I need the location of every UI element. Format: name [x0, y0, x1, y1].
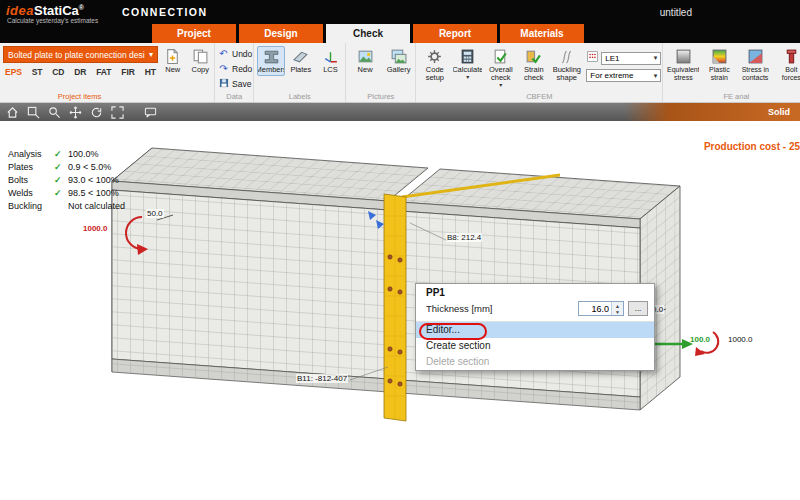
check-icon: ✓ — [54, 162, 68, 172]
tab-report[interactable]: Report — [413, 24, 497, 43]
picture-icon — [357, 48, 374, 65]
contact-stress-icon — [747, 48, 764, 65]
tab-design[interactable]: Design — [239, 24, 323, 43]
group-label-project-items: Project items — [2, 92, 157, 101]
chevron-down-icon: ▾ — [654, 54, 658, 62]
lcs-labels-toggle[interactable]: LCS — [317, 46, 345, 76]
menu-item-editor[interactable]: Editor... — [416, 321, 654, 338]
thickness-input[interactable] — [579, 302, 611, 315]
redo-button[interactable]: ↷ Redo — [218, 62, 252, 75]
ribbon-group-labels: Members Plates LCS Labels — [254, 43, 346, 102]
status-row-analysis: Analysis ✓ 100.0% — [8, 147, 125, 160]
equivalent-stress-button[interactable]: Equivalent stress — [666, 46, 700, 84]
logo-registered-mark: ® — [79, 4, 84, 11]
chevron-down-icon: ▾ — [466, 74, 469, 80]
status-row-plates: Plates ✓ 0.9 < 5.0% — [8, 160, 125, 173]
dimension-label-left: 50.0 — [146, 209, 164, 218]
view-toolbar: Solid — [0, 103, 800, 121]
axes-icon — [322, 48, 339, 65]
buckling-shape-button[interactable]: Buckling shape — [551, 46, 582, 84]
members-labels-toggle[interactable]: Members — [257, 46, 285, 76]
mode-st[interactable]: ST — [32, 67, 43, 77]
mode-eps[interactable]: EPS — [5, 67, 22, 77]
check-icon: ✓ — [54, 149, 68, 159]
chevron-down-icon: ▾ — [149, 50, 153, 59]
home-view-icon[interactable] — [5, 105, 19, 119]
context-menu-title: PP1 — [416, 284, 654, 300]
force-label-right: 1000.0 — [727, 335, 753, 344]
group-label-fe-analysis: FE anal — [663, 92, 800, 101]
bolt-result-label-b11: B11: -812-407 — [296, 374, 348, 383]
logo-statica: StatiCa — [34, 3, 79, 18]
model-canvas[interactable]: Analysis ✓ 100.0% Plates ✓ 0.9 < 5.0% Bo… — [0, 121, 800, 500]
check-icon: ✓ — [54, 188, 68, 198]
status-row-buckling: Buckling Not calculated — [8, 199, 125, 212]
group-label-labels: Labels — [254, 92, 345, 101]
app-name: CONNECTION — [122, 6, 208, 18]
calculate-button[interactable]: Calculate ▾ — [452, 46, 483, 82]
render-mode-label: Solid — [768, 107, 790, 117]
mode-cd[interactable]: CD — [52, 67, 64, 77]
more-options-button[interactable]: ... — [628, 301, 648, 316]
thickness-spinner[interactable]: ▲ ▼ — [611, 302, 623, 315]
copy-project-item-button[interactable]: Copy — [188, 46, 214, 76]
bolt-forces-button[interactable]: Bolt forces — [774, 46, 800, 84]
document-title: untitled — [660, 7, 692, 18]
tab-materials[interactable]: Materials — [500, 24, 584, 43]
strain-check-button[interactable]: Strain check — [518, 46, 549, 84]
mode-fat[interactable]: FAT — [96, 67, 111, 77]
redo-icon: ↷ — [218, 64, 229, 74]
project-item-dropdown-value: Bolted plate to plate connection desi — [8, 50, 149, 60]
ribbon-group-data: ↶ Undo ↷ Redo Save Data — [215, 43, 254, 102]
mode-fir[interactable]: FIR — [121, 67, 135, 77]
thickness-field[interactable]: ▲ ▼ — [578, 301, 624, 316]
extreme-filter-dropdown[interactable]: For extreme ▾ — [586, 69, 661, 82]
pan-icon[interactable] — [68, 105, 82, 119]
gallery-button[interactable]: Gallery — [383, 46, 415, 76]
group-label-cbfem: CBFEM — [416, 92, 662, 101]
ribbon-group-cbfem: Code setup Calculate ▾ Overall check ▾ S… — [416, 43, 663, 102]
thickness-row: Thickness [mm] ▲ ▼ ... — [416, 300, 654, 321]
member-beam-icon — [263, 48, 280, 65]
plates-labels-toggle[interactable]: Plates — [287, 46, 315, 76]
load-effect-dropdown[interactable]: LE1 ▾ — [601, 52, 661, 65]
equivalent-stress-icon — [675, 48, 692, 65]
check-document-icon — [492, 48, 509, 65]
project-item-dropdown[interactable]: Bolted plate to plate connection desi ▾ — [3, 46, 158, 63]
ribbon-group-pictures: New Gallery Pictures — [346, 43, 416, 102]
stress-in-contacts-button[interactable]: Stress in contacts — [738, 46, 772, 84]
gallery-icon — [390, 48, 407, 65]
save-button[interactable]: Save — [218, 77, 252, 90]
plastic-strain-button[interactable]: Plastic strain — [702, 46, 736, 84]
new-project-item-button[interactable]: New — [160, 46, 186, 76]
beam-left[interactable] — [112, 148, 428, 392]
plate-icon — [292, 48, 309, 65]
buckling-curve-icon — [558, 48, 575, 65]
rotate-view-icon[interactable] — [89, 105, 103, 119]
zoom-window-icon[interactable] — [26, 105, 40, 119]
tab-check[interactable]: Check — [326, 24, 410, 43]
mode-dr[interactable]: DR — [74, 67, 86, 77]
render-mode-segment[interactable]: Solid — [625, 103, 800, 121]
bolt-result-label-b8: B8: 212.4 — [446, 233, 482, 242]
zoom-icon[interactable] — [47, 105, 61, 119]
overall-check-button[interactable]: Overall check ▾ — [485, 46, 516, 90]
new-picture-button[interactable]: New — [349, 46, 381, 76]
zoom-extents-icon[interactable] — [110, 105, 124, 119]
ribbon-group-fe-analysis: Equivalent stress Plastic strain Stress … — [663, 43, 800, 102]
analysis-mode-selector: EPS ST CD DR FAT FIR HT — [3, 67, 158, 77]
code-setup-button[interactable]: Code setup — [419, 46, 450, 84]
bolt-icon — [783, 48, 800, 65]
mode-ht[interactable]: HT — [145, 67, 156, 77]
ribbon: Bolted plate to plate connection desi ▾ … — [0, 43, 800, 103]
plastic-strain-icon — [711, 48, 728, 65]
tab-project[interactable]: Project — [152, 24, 236, 43]
spinner-down-icon[interactable]: ▼ — [612, 309, 623, 315]
group-label-data: Data — [215, 92, 253, 101]
title-bar: ideaStatiCa® CONNECTION Calculate yester… — [0, 0, 800, 24]
status-row-bolts: Bolts ✓ 93.0 < 100% — [8, 173, 125, 186]
undo-button[interactable]: ↶ Undo — [218, 47, 252, 60]
label-balloon-icon[interactable] — [143, 105, 157, 119]
menu-item-create-section[interactable]: Create section — [416, 338, 654, 354]
copy-icon — [192, 48, 209, 65]
